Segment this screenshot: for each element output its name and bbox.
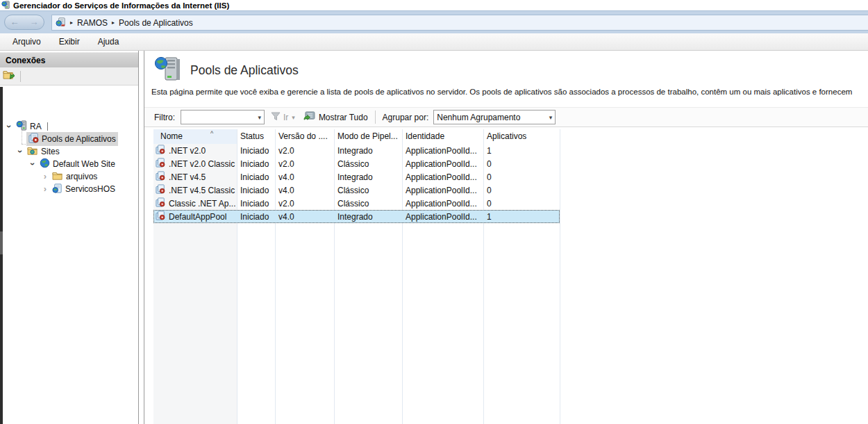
page-title: Pools de Aplicativos	[190, 63, 299, 78]
group-by-label: Agrupar por:	[383, 113, 429, 122]
history-buttons: ← →	[4, 15, 44, 30]
back-button[interactable]: ←	[10, 15, 19, 29]
tree-item-label: Sites	[41, 147, 60, 156]
tree-item-sites[interactable]: › Sites	[0, 145, 138, 158]
table-row[interactable]: Classic .NET Ap... Iniciado v2.0 Clássic…	[153, 197, 560, 210]
tree-item-arquivos[interactable]: › arquivos	[0, 170, 138, 183]
tree-item-label: Default Web Site	[53, 159, 115, 169]
cell-name: .NET v4.5	[169, 172, 206, 182]
folder-icon	[52, 171, 63, 183]
column-header-versao[interactable]: Versão do ....	[275, 129, 334, 144]
column-header-nome[interactable]: Nome ^	[153, 129, 237, 144]
cell-status: Iniciado	[237, 212, 275, 222]
group-by-value: Nenhum Agrupamento	[437, 113, 520, 122]
tree-item-servicoshos[interactable]: › ServicosHOS	[0, 183, 138, 195]
tree-item-app-pools[interactable]: Pools de Aplicativos	[0, 133, 138, 145]
menu-bar: Arquivo Exibir Ajuda	[0, 33, 868, 51]
toolbar-separator	[375, 111, 376, 124]
tree-item-label: RA	[30, 122, 42, 131]
cell-pipeline: Clássico	[334, 199, 402, 209]
cell-identity: ApplicationPoolId...	[402, 212, 483, 222]
chevron-down-icon[interactable]: ▾	[258, 114, 261, 121]
cell-identity: ApplicationPoolId...	[402, 159, 483, 169]
app-pool-icon	[156, 197, 165, 209]
connections-tree: › RA Pools de Aplicativos	[0, 85, 138, 424]
column-header-modo-pipeline[interactable]: Modo de Pipel...	[334, 129, 402, 144]
chevron-right-icon[interactable]: ›	[40, 172, 50, 181]
cell-apps: 0	[483, 172, 560, 182]
breadcrumb-page[interactable]: Pools de Aplicativos	[119, 18, 193, 28]
cell-apps: 1	[483, 212, 560, 222]
app-pool-icon	[156, 158, 165, 170]
cell-name: Classic .NET Ap...	[169, 199, 235, 209]
chevron-right-icon[interactable]: ›	[40, 184, 50, 194]
feature-header: Pools de Aplicativos	[154, 56, 299, 84]
left-scrollbar-thumb[interactable]	[0, 231, 3, 254]
tree-item-default-web-site[interactable]: › Default Web Site	[0, 158, 138, 170]
show-all-icon	[303, 111, 315, 123]
app-pool-icon	[156, 145, 165, 156]
column-separator	[560, 129, 560, 424]
menu-view[interactable]: Exibir	[59, 37, 80, 47]
toolbar-separator	[20, 71, 21, 82]
cell-status: Iniciado	[237, 199, 275, 209]
app-pools-list: .NET v2.0 Iniciado v2.0 Integrado Applic…	[153, 144, 560, 223]
tree-item-label: arquivos	[66, 172, 97, 181]
chevron-down-icon[interactable]: ›	[4, 122, 14, 131]
go-options-chevron-icon[interactable]: ▾	[292, 114, 295, 121]
server-icon	[16, 120, 27, 133]
cell-identity: ApplicationPoolId...	[402, 199, 483, 209]
app-pools-feature-icon	[154, 56, 182, 84]
menu-file[interactable]: Arquivo	[12, 37, 41, 47]
cell-name: .NET v2.0	[169, 146, 206, 156]
chevron-down-icon[interactable]: ›	[15, 147, 25, 156]
save-connection-icon[interactable]	[3, 70, 15, 83]
app-pool-icon	[156, 211, 165, 222]
table-row[interactable]: .NET v4.5 Classic Iniciado v4.0 Clássico…	[153, 184, 560, 197]
show-all-button[interactable]: Mostrar Tudo	[319, 113, 368, 122]
table-header-row: Nome ^ Status Versão do .... Modo de Pip…	[153, 129, 560, 144]
cell-apps: 0	[483, 159, 560, 169]
cell-version: v2.0	[275, 159, 334, 169]
cell-identity: ApplicationPoolId...	[402, 186, 483, 195]
cell-status: Iniciado	[237, 172, 275, 182]
column-header-aplicativos[interactable]: Aplicativos	[483, 129, 560, 144]
rename-cursor	[47, 122, 48, 131]
breadcrumb-server[interactable]: RAMOS	[77, 18, 108, 28]
app-pool-icon	[156, 184, 165, 196]
cell-version: v2.0	[275, 146, 334, 156]
menu-help[interactable]: Ajuda	[98, 37, 119, 47]
go-button[interactable]: Ir	[283, 113, 288, 122]
cell-apps: 0	[483, 186, 560, 195]
table-row-selected[interactable]: DefaultAppPool Iniciado v4.0 Integrado A…	[153, 210, 560, 223]
cell-status: Iniciado	[237, 186, 275, 195]
table-row[interactable]: .NET v2.0 Classic Iniciado v2.0 Clássico…	[153, 157, 560, 170]
navigation-bar: ← → ▸ RAMOS ▸ Pools de Aplicativos	[0, 10, 868, 33]
cell-pipeline: Integrado	[334, 212, 402, 222]
left-scrollbar-track[interactable]	[0, 87, 3, 424]
app-pool-icon	[156, 171, 165, 183]
page-description: Esta página permite que você exiba e ger…	[151, 88, 868, 96]
filter-funnel-icon	[271, 112, 281, 123]
forward-button[interactable]: →	[30, 15, 39, 29]
filter-input[interactable]: ▾	[181, 110, 265, 124]
title-bar: Gerenciador do Serviços de Informações d…	[0, 0, 868, 10]
chevron-down-icon[interactable]: ▾	[549, 114, 553, 121]
cell-apps: 0	[483, 199, 560, 209]
cell-pipeline: Integrado	[334, 172, 402, 182]
column-header-status[interactable]: Status	[237, 129, 275, 144]
filter-label: Filtro:	[154, 113, 175, 122]
cell-pipeline: Integrado	[334, 146, 402, 156]
table-row[interactable]: .NET v4.5 Iniciado v4.0 Integrado Applic…	[153, 170, 560, 184]
group-by-select[interactable]: Nenhum Agrupamento ▾	[433, 110, 556, 124]
iis-breadcrumb-icon[interactable]	[56, 17, 66, 29]
window-title: Gerenciador do Serviços de Informações d…	[13, 1, 229, 10]
chevron-down-icon[interactable]: ›	[28, 159, 37, 169]
cell-name: .NET v2.0 Classic	[169, 159, 235, 169]
column-header-identidade[interactable]: Identidade	[402, 129, 483, 144]
address-bar[interactable]: ▸ RAMOS ▸ Pools de Aplicativos	[51, 15, 868, 31]
cell-version: v2.0	[275, 199, 334, 209]
tree-item-server[interactable]: › RA	[0, 120, 138, 133]
cell-version: v4.0	[275, 172, 334, 182]
table-row[interactable]: .NET v2.0 Iniciado v2.0 Integrado Applic…	[153, 144, 560, 157]
